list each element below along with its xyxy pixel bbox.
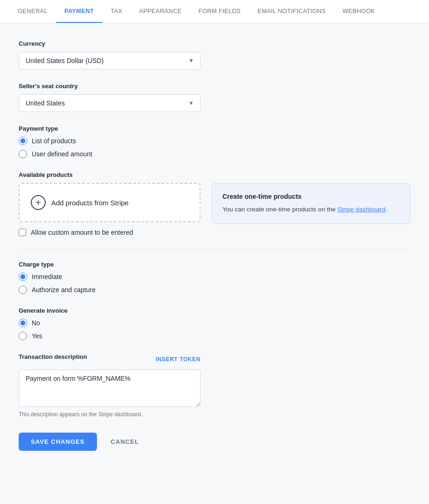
- currency-label: Currency: [19, 40, 410, 47]
- generate-invoice-yes-radio[interactable]: [19, 332, 27, 340]
- transaction-description-textarea[interactable]: Payment on form %FORM_NAME%: [19, 370, 201, 407]
- available-products-section: Available products + Add products from S…: [19, 171, 410, 236]
- divider-1: [19, 249, 410, 250]
- tab-general[interactable]: GENERAL: [9, 0, 56, 23]
- products-left: + Add products from Stripe Allow custom …: [19, 183, 201, 236]
- available-products-label: Available products: [19, 171, 410, 178]
- info-card: Create one-time products You can create …: [212, 183, 410, 224]
- allow-custom-checkbox-item[interactable]: Allow custom amount to be entered: [19, 229, 201, 236]
- description-header: Transaction description INSERT TOKEN: [19, 353, 201, 365]
- payment-type-radio-group: List of products User defined amount: [19, 137, 410, 158]
- charge-type-radio-group: Immediate Authorize and capture: [19, 273, 410, 294]
- charge-type-immediate-radio[interactable]: [19, 273, 27, 281]
- currency-section: Currency United States Dollar (USD) Euro…: [19, 40, 410, 70]
- tab-webhook[interactable]: WEBHOOK: [334, 0, 384, 23]
- stripe-dashboard-link[interactable]: Stripe dashboard: [337, 206, 385, 213]
- info-card-text-before: You can create one-time products on the: [222, 206, 337, 213]
- charge-type-authorize-option[interactable]: Authorize and capture: [19, 286, 410, 294]
- payment-type-user-defined-label: User defined amount: [32, 150, 92, 158]
- generate-invoice-yes-option[interactable]: Yes: [19, 332, 410, 340]
- charge-type-immediate-label: Immediate: [32, 273, 62, 280]
- add-products-button[interactable]: + Add products from Stripe: [19, 183, 201, 222]
- seller-country-select[interactable]: United States United Kingdom Canada Aust…: [19, 94, 201, 112]
- info-card-text: You can create one-time products on the …: [222, 205, 400, 214]
- insert-token-link[interactable]: INSERT TOKEN: [156, 356, 201, 363]
- tab-email-notifications[interactable]: EMAIL NOTIFICATIONS: [249, 0, 334, 23]
- charge-type-authorize-radio[interactable]: [19, 286, 27, 294]
- save-changes-button[interactable]: SAVE CHANGES: [19, 433, 97, 451]
- info-card-title: Create one-time products: [222, 193, 400, 200]
- currency-select[interactable]: United States Dollar (USD) Euro (EUR) Br…: [19, 52, 201, 70]
- generate-invoice-label: Generate invoice: [19, 307, 410, 314]
- charge-type-section: Charge type Immediate Authorize and capt…: [19, 261, 410, 294]
- products-layout: + Add products from Stripe Allow custom …: [19, 183, 410, 236]
- seller-country-select-wrapper: United States United Kingdom Canada Aust…: [19, 94, 201, 112]
- info-card-text-after: .: [385, 206, 387, 213]
- main-content: Currency United States Dollar (USD) Euro…: [0, 23, 429, 468]
- generate-invoice-no-label: No: [32, 319, 40, 327]
- payment-type-user-defined-option[interactable]: User defined amount: [19, 150, 410, 158]
- nav-tabs: GENERAL PAYMENT TAX APPEARANCE FORM FIEL…: [0, 0, 429, 23]
- button-row: SAVE CHANGES CANCEL: [19, 433, 410, 451]
- tab-appearance[interactable]: APPEARANCE: [131, 0, 190, 23]
- add-products-text: Add products from Stripe: [51, 199, 129, 207]
- payment-type-section: Payment type List of products User defin…: [19, 125, 410, 158]
- charge-type-authorize-label: Authorize and capture: [32, 286, 96, 294]
- transaction-description-section: Transaction description INSERT TOKEN Pay…: [19, 353, 410, 418]
- charge-type-immediate-option[interactable]: Immediate: [19, 273, 410, 281]
- payment-type-list-label: List of products: [32, 137, 76, 145]
- transaction-description-label: Transaction description: [19, 353, 87, 360]
- payment-type-label: Payment type: [19, 125, 410, 132]
- plus-icon: +: [31, 195, 46, 210]
- description-hint: This description appears on the Stripe d…: [19, 411, 410, 418]
- cancel-button[interactable]: CANCEL: [104, 433, 146, 451]
- tab-payment[interactable]: PAYMENT: [56, 0, 102, 23]
- allow-custom-label: Allow custom amount to be entered: [31, 229, 133, 236]
- currency-select-wrapper: United States Dollar (USD) Euro (EUR) Br…: [19, 52, 201, 70]
- generate-invoice-yes-label: Yes: [32, 332, 42, 340]
- seller-country-section: Seller's seat country United States Unit…: [19, 83, 410, 112]
- seller-country-label: Seller's seat country: [19, 83, 410, 90]
- generate-invoice-no-radio[interactable]: [19, 319, 27, 327]
- tab-tax[interactable]: TAX: [102, 0, 131, 23]
- tab-form-fields[interactable]: FORM FIELDS: [190, 0, 249, 23]
- payment-type-list-option[interactable]: List of products: [19, 137, 410, 145]
- payment-type-list-radio[interactable]: [19, 137, 27, 145]
- payment-type-user-defined-radio[interactable]: [19, 150, 27, 158]
- charge-type-label: Charge type: [19, 261, 410, 268]
- generate-invoice-radio-group: No Yes: [19, 319, 410, 340]
- generate-invoice-no-option[interactable]: No: [19, 319, 410, 327]
- allow-custom-checkbox[interactable]: [19, 229, 26, 236]
- generate-invoice-section: Generate invoice No Yes: [19, 307, 410, 340]
